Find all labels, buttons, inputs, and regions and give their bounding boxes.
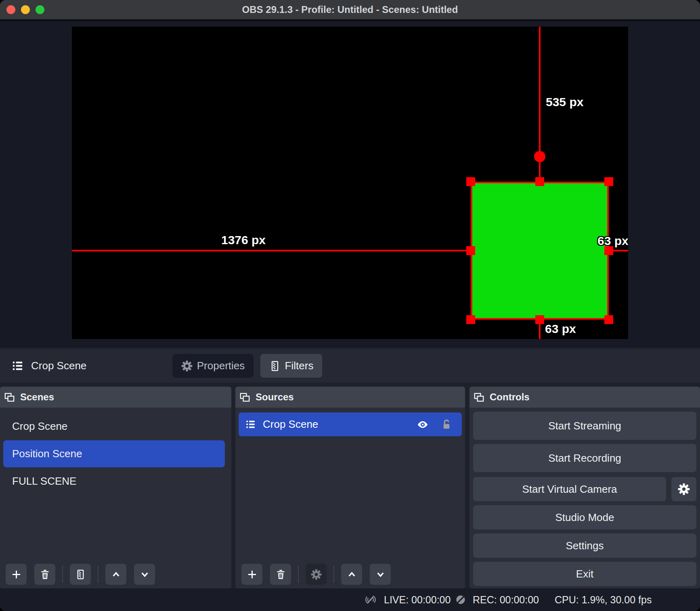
trash-icon: [275, 569, 286, 580]
measurement-right-label: 63 px: [597, 234, 629, 248]
cpu-status: CPU: 1.9%, 30.00 fps: [555, 588, 652, 611]
filter-icon: [75, 569, 86, 580]
move-source-up-button[interactable]: [341, 564, 362, 585]
gear-icon: [311, 569, 322, 580]
measurement-left-label: 1376 px: [193, 233, 294, 247]
handle-middle-left[interactable]: [466, 246, 475, 255]
rec-status-icon: [455, 594, 467, 606]
remove-source-button[interactable]: [270, 564, 291, 585]
chevron-up-icon: [111, 569, 122, 580]
handle-bottom-center[interactable]: [535, 315, 544, 324]
remove-scene-button[interactable]: [34, 564, 55, 585]
measure-line-left: [72, 250, 471, 251]
sources-toolbar: [241, 564, 391, 585]
selected-source-box[interactable]: [471, 182, 609, 320]
context-source-name: Crop Scene: [31, 349, 86, 383]
controls-panel-title: Controls: [490, 391, 530, 403]
chevron-down-icon: [139, 569, 150, 580]
sources-panel-title: Sources: [256, 391, 294, 403]
scenes-panel-title: Scenes: [20, 391, 54, 403]
scenes-panel: Scenes Crop Scene Position Scene FULL SC…: [0, 387, 231, 588]
handle-top-right[interactable]: [604, 177, 613, 186]
unlock-icon: [440, 418, 453, 431]
eye-icon: [417, 418, 429, 431]
chevron-down-icon: [375, 569, 386, 580]
filters-label: Filters: [285, 360, 314, 372]
handle-bottom-left[interactable]: [466, 315, 475, 324]
titlebar: OBS 29.1.3 - Profile: Untitled - Scenes:…: [0, 0, 700, 19]
virtual-camera-config-button[interactable]: [671, 477, 696, 501]
source-list-icon: [245, 419, 256, 430]
gear-icon: [181, 360, 193, 372]
filter-icon: [269, 360, 281, 372]
handle-top-center[interactable]: [535, 177, 544, 186]
live-status: LIVE: 00:00:00: [384, 588, 451, 611]
start-recording-button[interactable]: Start Recording: [473, 444, 696, 472]
window-title: OBS 29.1.3 - Profile: Untitled - Scenes:…: [0, 0, 700, 19]
source-list-icon: [11, 360, 24, 372]
scenes-toolbar: [6, 564, 155, 585]
move-source-down-button[interactable]: [370, 564, 391, 585]
plus-icon: [11, 569, 22, 580]
add-source-button[interactable]: [241, 564, 262, 585]
source-context-toolbar: Crop Scene Properties Filters: [0, 349, 700, 383]
handle-top-left[interactable]: [466, 177, 475, 186]
sources-panel: Sources Crop Scene: [235, 387, 465, 588]
plus-icon: [247, 569, 258, 580]
start-streaming-button[interactable]: Start Streaming: [473, 412, 696, 440]
toolbar-separator: [98, 566, 99, 582]
toolbar-separator: [62, 566, 63, 582]
statusbar: LIVE: 00:00:00 REC: 00:00:00 CPU: 1.9%, …: [0, 588, 700, 611]
scenes-panel-header: Scenes: [0, 387, 231, 408]
toolbar-separator: [333, 566, 334, 582]
obs-window: OBS 29.1.3 - Profile: Untitled - Scenes:…: [0, 0, 700, 611]
settings-button[interactable]: Settings: [473, 534, 696, 558]
measurement-top-label: 535 px: [546, 95, 583, 109]
visibility-toggle[interactable]: [415, 417, 430, 432]
scene-item[interactable]: FULL SCENE: [0, 468, 231, 495]
scene-item[interactable]: Crop Scene: [0, 413, 231, 440]
measure-line-top: [539, 27, 541, 152]
lock-toggle[interactable]: [439, 417, 454, 432]
source-item-selected[interactable]: Crop Scene: [239, 412, 462, 436]
handle-bottom-right[interactable]: [604, 315, 613, 324]
live-status-icon: [365, 594, 377, 606]
gear-icon: [678, 483, 690, 495]
measurement-bottom-label: 63 px: [545, 322, 576, 336]
properties-label: Properties: [197, 360, 245, 372]
filters-button[interactable]: Filters: [260, 354, 322, 378]
preview-canvas[interactable]: 535 px 1376 px 63 px 63 px: [72, 27, 628, 339]
sources-panel-header: Sources: [235, 387, 465, 408]
source-name: Crop Scene: [263, 418, 415, 431]
move-scene-down-button[interactable]: [134, 564, 155, 585]
exit-button[interactable]: Exit: [473, 562, 696, 586]
scene-item-selected[interactable]: Position Scene: [3, 440, 225, 467]
studio-mode-button[interactable]: Studio Mode: [473, 505, 696, 529]
dock-icon: [239, 392, 250, 403]
controls-panel-header: Controls: [469, 387, 700, 408]
chevron-up-icon: [346, 569, 357, 580]
add-scene-button[interactable]: [6, 564, 27, 585]
move-scene-up-button[interactable]: [105, 564, 126, 585]
rotation-handle[interactable]: [534, 151, 545, 162]
start-virtual-camera-button[interactable]: Start Virtual Camera: [473, 477, 666, 501]
rec-status: REC: 00:00:00: [473, 588, 539, 611]
properties-button[interactable]: Properties: [172, 354, 254, 378]
controls-panel: Controls Start Streaming Start Recording…: [469, 387, 700, 588]
dock-icon: [474, 392, 484, 403]
trash-icon: [40, 569, 50, 580]
scene-filters-button[interactable]: [70, 564, 91, 585]
toolbar-separator: [298, 566, 299, 582]
source-properties-button[interactable]: [306, 564, 327, 585]
dock-icon: [4, 392, 15, 403]
